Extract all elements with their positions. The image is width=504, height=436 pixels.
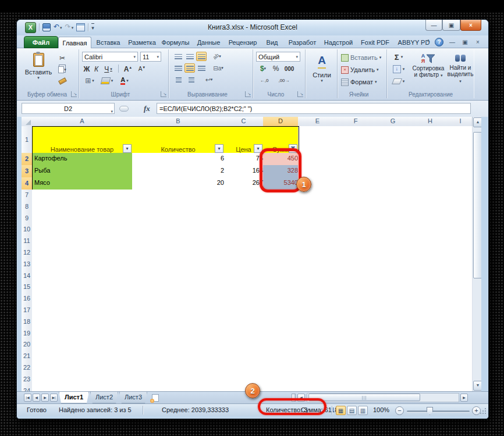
row-header-15[interactable]: 15	[22, 281, 33, 294]
cell-D23[interactable]	[263, 374, 299, 386]
cell-B22[interactable]	[132, 362, 225, 374]
cell-G20[interactable]	[374, 339, 412, 351]
cell-G8[interactable]	[374, 201, 412, 213]
cell-I4[interactable]	[449, 177, 473, 190]
cell-F9[interactable]	[337, 213, 375, 225]
cell-I15[interactable]	[449, 281, 473, 294]
zoom-slider-track[interactable]	[407, 410, 470, 412]
cell-C17[interactable]	[224, 305, 264, 317]
header-cell-C1[interactable]: Цена	[224, 126, 264, 155]
cell-D20[interactable]	[263, 339, 299, 351]
cell-A12[interactable]	[32, 247, 133, 259]
row-header-4[interactable]: 4	[22, 177, 33, 190]
cell-B21[interactable]	[132, 351, 225, 363]
cell-D14[interactable]	[263, 270, 299, 283]
cell-H1[interactable]	[411, 126, 449, 153]
cell-A13[interactable]	[32, 259, 133, 271]
cell-G11[interactable]	[374, 235, 412, 248]
cell-G23[interactable]	[374, 374, 412, 386]
cell-D24[interactable]	[263, 385, 299, 391]
row-header-23[interactable]: 23	[22, 374, 33, 386]
cell-F21[interactable]	[337, 351, 375, 363]
column-header-G[interactable]: G	[374, 117, 412, 127]
paste-button[interactable]: Вставить ▾	[25, 51, 52, 91]
cell-H17[interactable]	[411, 305, 449, 317]
cell-A18[interactable]	[32, 316, 133, 328]
cell-G17[interactable]	[374, 305, 412, 317]
cell-F3[interactable]	[337, 165, 375, 178]
cell-E3[interactable]	[298, 165, 338, 178]
cell-G3[interactable]	[374, 165, 412, 178]
cell-G24[interactable]	[374, 385, 412, 391]
cell-G22[interactable]	[374, 362, 412, 374]
cell-D10[interactable]	[263, 224, 299, 236]
cell-B8[interactable]	[132, 201, 225, 213]
cell-H3[interactable]	[411, 165, 449, 178]
row-header-18[interactable]: 18	[22, 316, 33, 328]
cell-I14[interactable]	[449, 270, 473, 283]
cell-C8[interactable]	[224, 201, 264, 213]
cell-G18[interactable]	[374, 316, 412, 328]
view-normal-button[interactable]: ▦	[336, 406, 346, 415]
cell-E20[interactable]	[298, 339, 338, 351]
cell-A24[interactable]	[32, 385, 133, 391]
column-header-F[interactable]: F	[337, 117, 375, 127]
font-color-button[interactable]: А▾	[117, 76, 132, 85]
scroll-up-icon[interactable]: ▲	[473, 117, 481, 127]
column-header-D[interactable]: D	[263, 117, 299, 127]
insert-function-icon[interactable]: fx	[144, 104, 150, 113]
align-right-button[interactable]	[196, 63, 207, 73]
row-header-3[interactable]: 3	[22, 165, 33, 178]
cell-C21[interactable]	[224, 351, 264, 363]
cell-F19[interactable]	[337, 328, 375, 340]
currency-format-button[interactable]: $▾	[256, 64, 270, 73]
cell-G13[interactable]	[374, 259, 412, 271]
cell-D18[interactable]	[263, 316, 299, 328]
dialog-launcher-icon[interactable]: ↘	[71, 91, 77, 97]
align-middle-button[interactable]	[184, 52, 195, 61]
horizontal-scroll-thumb[interactable]	[308, 394, 420, 401]
workbook-close-icon[interactable]: ×	[474, 38, 482, 47]
cell-C16[interactable]	[224, 293, 264, 305]
cell-E17[interactable]	[298, 305, 338, 317]
merge-center-button[interactable]: ⊟a▾	[210, 63, 226, 73]
cell-I19[interactable]	[449, 328, 473, 340]
cell-B17[interactable]	[132, 305, 225, 317]
number-format-select[interactable]: Общий	[256, 52, 300, 62]
underline-button[interactable]: Ч▾	[101, 64, 115, 74]
cell-A8[interactable]	[32, 201, 133, 213]
cell-I11[interactable]	[449, 235, 473, 248]
cell-E19[interactable]	[298, 328, 338, 340]
cell-H13[interactable]	[411, 259, 449, 271]
zoom-out-button[interactable]: −	[395, 406, 404, 415]
resize-grip[interactable]	[480, 408, 487, 414]
cell-I1[interactable]	[449, 126, 473, 153]
row-header-21[interactable]: 21	[22, 351, 33, 363]
cell-G7[interactable]	[374, 190, 412, 202]
cell-C18[interactable]	[224, 316, 264, 328]
tab-Разметка[interactable]: Разметка	[125, 37, 159, 48]
tab-file[interactable]: Файл	[24, 36, 58, 48]
cell-H12[interactable]	[411, 247, 449, 259]
cell-D13[interactable]	[263, 259, 299, 271]
borders-button[interactable]: ⊞▾	[82, 76, 97, 85]
cell-C13[interactable]	[224, 259, 264, 271]
cell-A16[interactable]	[32, 293, 133, 305]
cell-B13[interactable]	[132, 259, 225, 271]
formula-input[interactable]: =ЕСЛИ(ЕЧИСЛО(B2);B2*C2;" ")	[157, 103, 471, 114]
tab-Данные[interactable]: Данные	[192, 37, 225, 48]
workbook-minimize-icon[interactable]: —	[448, 38, 456, 47]
decrease-indent-button[interactable]	[173, 75, 184, 84]
cell-D8[interactable]	[263, 201, 299, 213]
fill-button[interactable]: ↓▾	[390, 65, 407, 74]
fill-color-button[interactable]: ▾	[100, 76, 115, 85]
increase-indent-button[interactable]	[186, 75, 197, 84]
cell-E24[interactable]	[298, 385, 338, 391]
row-header-1[interactable]: 1	[22, 126, 33, 153]
cell-D16[interactable]	[263, 293, 299, 305]
cell-B12[interactable]	[132, 247, 225, 259]
cell-H7[interactable]	[411, 190, 449, 202]
cell-I3[interactable]	[449, 165, 473, 178]
cell-B14[interactable]	[132, 270, 225, 283]
cell-G10[interactable]	[374, 224, 412, 236]
